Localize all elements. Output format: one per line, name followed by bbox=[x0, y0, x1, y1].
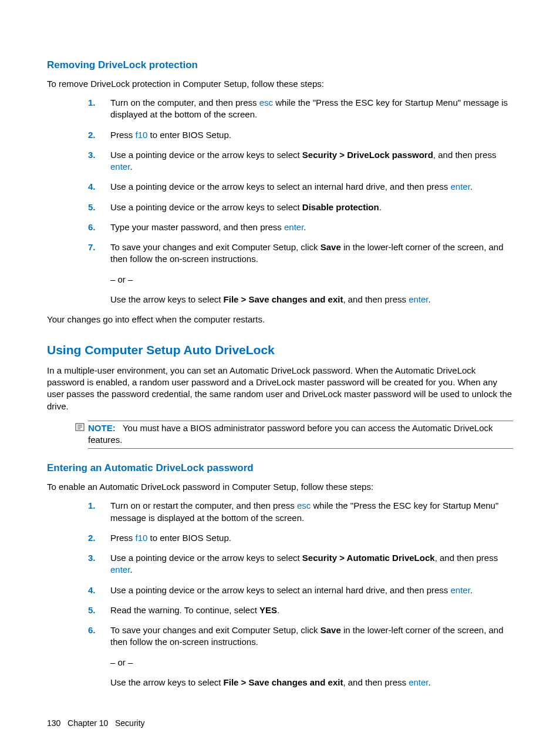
list-item: 3. Use a pointing device or the arrow ke… bbox=[88, 149, 513, 173]
step-number: 3. bbox=[88, 149, 110, 173]
page-number: 130 bbox=[47, 718, 60, 728]
step-number: 4. bbox=[88, 584, 110, 596]
key-f10: f10 bbox=[136, 533, 148, 543]
list-item: 6. Type your master password, and then p… bbox=[88, 221, 513, 233]
step-text: Use a pointing device or the arrow keys … bbox=[110, 584, 513, 596]
step-text: Use a pointing device or the arrow keys … bbox=[110, 149, 513, 173]
step-number: 2. bbox=[88, 532, 110, 544]
step-number: 7. bbox=[88, 241, 110, 305]
or-divider: – or – bbox=[110, 274, 513, 285]
outro-text: Your changes go into effect when the com… bbox=[47, 314, 513, 325]
intro-text: To remove DriveLock protection in Comput… bbox=[47, 78, 513, 90]
alt-text: Use the arrow keys to select File > Save… bbox=[110, 294, 513, 305]
key-enter: enter bbox=[451, 182, 470, 191]
step-number: 6. bbox=[88, 624, 110, 688]
heading-entering-auto-drivelock: Entering an Automatic DriveLock password bbox=[47, 462, 513, 475]
intro-text: In a multiple-user environment, you can … bbox=[47, 365, 513, 412]
list-item: 1. Turn on or restart the computer, and … bbox=[88, 500, 513, 524]
key-esc: esc bbox=[297, 500, 311, 510]
list-item: 6. To save your changes and exit Compute… bbox=[88, 624, 513, 688]
alt-text: Use the arrow keys to select File > Save… bbox=[110, 677, 513, 688]
steps-list-1: 1. Turn on the computer, and then press … bbox=[88, 97, 513, 305]
key-f10: f10 bbox=[136, 130, 148, 140]
step-text: Press f10 to enter BIOS Setup. bbox=[110, 532, 513, 544]
step-text: To save your changes and exit Computer S… bbox=[110, 624, 513, 688]
note-icon bbox=[75, 421, 88, 449]
list-item: 2. Press f10 to enter BIOS Setup. bbox=[88, 129, 513, 141]
step-number: 1. bbox=[88, 97, 110, 121]
step-text: Read the warning. To continue, select YE… bbox=[110, 604, 513, 616]
list-item: 2. Press f10 to enter BIOS Setup. bbox=[88, 532, 513, 544]
steps-list-2: 1. Turn on or restart the computer, and … bbox=[88, 500, 513, 688]
step-text: Press f10 to enter BIOS Setup. bbox=[110, 129, 513, 141]
heading-removing-drivelock: Removing DriveLock protection bbox=[47, 59, 513, 72]
key-enter: enter bbox=[110, 162, 130, 172]
note-block: NOTE: You must have a BIOS administrator… bbox=[75, 421, 513, 449]
list-item: 4. Use a pointing device or the arrow ke… bbox=[88, 584, 513, 596]
step-number: 3. bbox=[88, 552, 110, 576]
list-item: 4. Use a pointing device or the arrow ke… bbox=[88, 181, 513, 193]
step-text: Use a pointing device or the arrow keys … bbox=[110, 181, 513, 193]
key-enter: enter bbox=[409, 294, 428, 304]
key-enter: enter bbox=[451, 585, 470, 595]
heading-auto-drivelock: Using Computer Setup Auto DriveLock bbox=[47, 342, 513, 358]
step-text: Turn on or restart the computer, and the… bbox=[110, 500, 513, 524]
step-number: 2. bbox=[88, 129, 110, 141]
list-item: 5. Read the warning. To continue, select… bbox=[88, 604, 513, 616]
key-enter: enter bbox=[409, 677, 428, 687]
step-text: Use a pointing device or the arrow keys … bbox=[110, 552, 513, 576]
chapter-label: Chapter 10 bbox=[68, 718, 108, 728]
or-divider: – or – bbox=[110, 657, 513, 668]
step-number: 1. bbox=[88, 500, 110, 524]
list-item: 5. Use a pointing device or the arrow ke… bbox=[88, 201, 513, 213]
step-text: To save your changes and exit Computer S… bbox=[110, 241, 513, 305]
note-body: NOTE: You must have a BIOS administrator… bbox=[88, 421, 513, 449]
step-number: 5. bbox=[88, 604, 110, 616]
step-number: 5. bbox=[88, 201, 110, 213]
step-text: Use a pointing device or the arrow keys … bbox=[110, 201, 513, 213]
note-text: You must have a BIOS administrator passw… bbox=[88, 423, 493, 445]
key-esc: esc bbox=[259, 98, 273, 107]
intro-text: To enable an Automatic DriveLock passwor… bbox=[47, 481, 513, 493]
list-item: 1. Turn on the computer, and then press … bbox=[88, 97, 513, 121]
key-enter: enter bbox=[110, 564, 130, 574]
list-item: 7. To save your changes and exit Compute… bbox=[88, 241, 513, 305]
step-text: Turn on the computer, and then press esc… bbox=[110, 97, 513, 121]
step-number: 6. bbox=[88, 221, 110, 233]
chapter-title: Security bbox=[115, 718, 145, 728]
page-footer: 130 Chapter 10 Security bbox=[47, 718, 513, 729]
list-item: 3. Use a pointing device or the arrow ke… bbox=[88, 552, 513, 576]
step-number: 4. bbox=[88, 181, 110, 193]
key-enter: enter bbox=[284, 222, 303, 232]
step-text: Type your master password, and then pres… bbox=[110, 221, 513, 233]
note-label: NOTE: bbox=[88, 423, 116, 433]
